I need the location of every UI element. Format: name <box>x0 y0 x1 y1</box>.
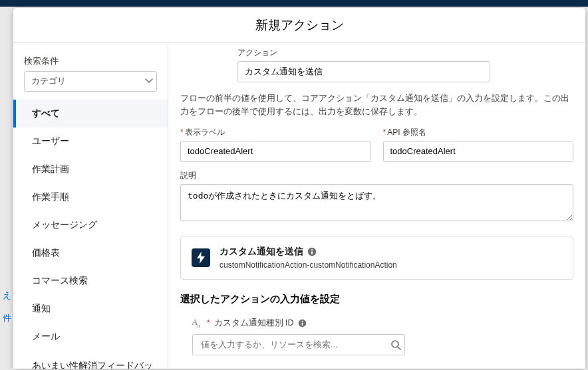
display-label-label: *表示ラベル <box>180 127 371 138</box>
notification-type-id-input[interactable] <box>192 334 405 355</box>
app-nav-bar <box>0 0 588 7</box>
category-item[interactable]: コマース検索 <box>13 267 168 295</box>
section-heading: 選択したアクションの入力値を設定 <box>180 293 573 306</box>
bg-link-1[interactable]: え <box>3 290 11 302</box>
svg-line-7 <box>398 347 400 349</box>
svg-point-4 <box>301 321 303 322</box>
category-item[interactable]: ユーザー <box>13 128 168 155</box>
category-item[interactable]: メッセージング <box>13 211 168 239</box>
description-label: 説明 <box>180 170 573 181</box>
search-icon[interactable] <box>390 339 401 350</box>
category-item[interactable]: 作業手順 <box>13 183 168 211</box>
category-list[interactable]: すべてユーザー作業計画作業手順メッセージング価格表コマース検索通知メールあいまい… <box>13 100 168 369</box>
card-subtitle: customNotificationAction-customNotificat… <box>220 260 397 270</box>
api-name-input[interactable] <box>383 141 574 162</box>
input-label: カスタム通知種別 ID <box>214 318 294 329</box>
category-item[interactable]: 価格表 <box>13 239 168 267</box>
svg-rect-2 <box>311 251 313 254</box>
action-summary-card: カスタム通知を送信 customNotificationAction-custo… <box>180 236 573 280</box>
modal-body: 検索条件 カテゴリ すべてユーザー作業計画作業手順メッセージング価格表コマース検… <box>13 43 585 369</box>
modal-header: 新規アクション <box>13 8 585 43</box>
lightning-bolt-icon <box>192 248 210 267</box>
category-item[interactable]: あいまい性解消フィードバックログを生成 <box>13 351 168 369</box>
filter-combobox-value: カテゴリ <box>31 76 66 86</box>
bg-link-2[interactable]: 件 <box>3 312 11 324</box>
description-input[interactable]: todoが作成されたときにカスタム通知をとばす。 <box>180 184 573 221</box>
category-item[interactable]: すべて <box>13 100 168 128</box>
modal-title: 新規アクション <box>255 17 344 34</box>
text-type-icon: Aa <box>192 318 200 329</box>
action-input[interactable] <box>237 61 490 82</box>
display-label-input[interactable] <box>180 141 371 162</box>
info-icon[interactable] <box>298 319 307 327</box>
category-item[interactable]: 作業計画 <box>13 155 168 183</box>
category-item[interactable]: メール <box>13 323 168 351</box>
api-name-label: *API 参照名 <box>383 127 574 138</box>
right-panel: アクション フローの前半の値を使用して、コアアクション「カスタム通知を送信」の入… <box>168 43 585 369</box>
info-icon[interactable] <box>307 247 317 256</box>
svg-point-1 <box>311 249 313 250</box>
search-label: 検索条件 <box>24 55 157 67</box>
svg-rect-5 <box>301 322 303 325</box>
help-text: フローの前半の値を使用して、コアアクション「カスタム通知を送信」の入力を設定しま… <box>180 92 573 119</box>
category-item[interactable]: 通知 <box>13 295 168 323</box>
action-label: アクション <box>237 47 490 58</box>
filter-combobox[interactable]: カテゴリ <box>24 71 157 92</box>
left-panel: 検索条件 カテゴリ すべてユーザー作業計画作業手順メッセージング価格表コマース検… <box>13 43 168 369</box>
new-action-modal: 新規アクション 検索条件 カテゴリ すべてユーザー作業計画作業手順メッセージング… <box>13 8 585 369</box>
card-title: カスタム通知を送信 <box>220 246 303 258</box>
